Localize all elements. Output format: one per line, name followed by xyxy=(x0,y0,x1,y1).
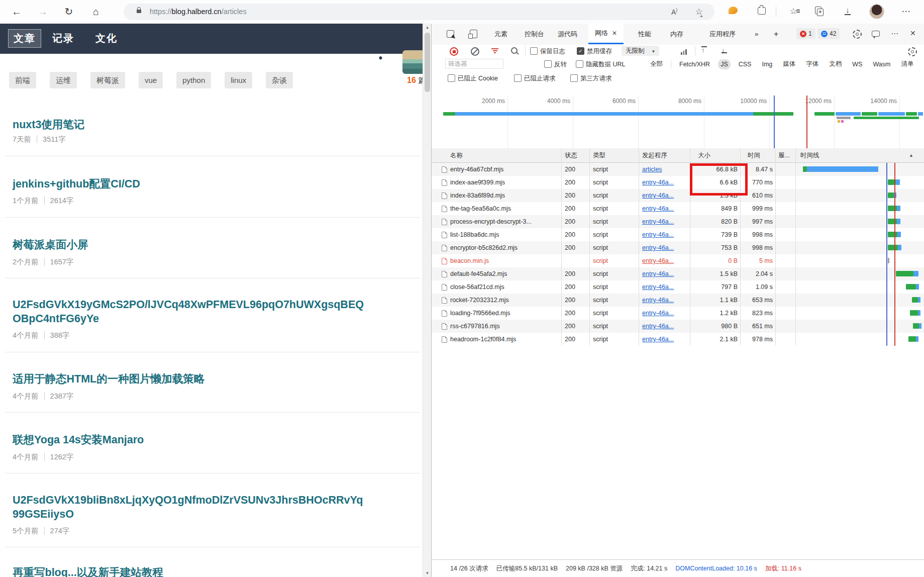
collections-add-icon[interactable] xyxy=(815,7,822,14)
chip-font[interactable]: 字体 xyxy=(803,58,821,70)
hide-data-url-label[interactable]: 隐藏数据 URL xyxy=(586,60,625,69)
tag-chip[interactable]: 树莓派 xyxy=(90,72,125,88)
network-request-row[interactable]: entry-46a67cbf.mjs200scriptarticles66.8 … xyxy=(432,163,924,176)
chip-all[interactable]: 全部 xyxy=(648,58,665,70)
filter-icon[interactable] xyxy=(491,48,498,54)
browser-menu-icon[interactable]: ⋯ xyxy=(899,5,912,18)
chip-media[interactable]: 媒体 xyxy=(780,58,798,70)
devtools-close-icon[interactable]: ✕ xyxy=(910,29,916,37)
blog-scrollbar[interactable]: ▲ ▼ xyxy=(423,24,432,577)
request-name[interactable]: list-188ba6dc.mjs xyxy=(450,228,558,241)
nav-item-2[interactable]: 记录 xyxy=(52,32,74,45)
scroll-down-icon[interactable]: ▼ xyxy=(423,571,432,575)
tab-performance[interactable]: 性能 xyxy=(632,24,658,44)
request-initiator[interactable]: articles xyxy=(642,163,687,176)
messages-badge[interactable]: 42 xyxy=(817,28,840,39)
preserve-log-checkbox[interactable] xyxy=(530,47,538,55)
column-header[interactable]: 发起程序 xyxy=(642,148,667,162)
request-name[interactable]: default-fe45afa2.mjs xyxy=(450,267,558,280)
column-header[interactable]: 状态 xyxy=(565,148,577,162)
column-header[interactable]: 类型 xyxy=(593,148,605,162)
request-initiator[interactable]: entry-46a... xyxy=(642,267,687,280)
chip-wasm[interactable]: Wasm xyxy=(870,59,893,69)
request-name[interactable]: rocket-72032312.mjs xyxy=(450,294,558,307)
request-initiator[interactable]: entry-46a... xyxy=(642,254,687,267)
profile-avatar[interactable] xyxy=(869,4,884,19)
read-aloud-icon[interactable]: A) xyxy=(671,8,677,16)
request-name[interactable]: beacon.min.js xyxy=(450,254,558,267)
network-request-row[interactable]: the-tag-5ea56a0c.mjs200scriptentry-46a..… xyxy=(432,202,924,215)
article-title[interactable]: jenkins+github配置CI/CD xyxy=(13,177,367,191)
home-icon[interactable]: ⌂ xyxy=(88,4,104,19)
article-title[interactable]: U2FsdGVkX19bIiBn8xLjqXyQO1gNfmoDlZrVSUNv… xyxy=(13,493,367,521)
tab-elements[interactable]: 元素 xyxy=(488,24,514,44)
article-title[interactable]: 联想Yoga 14s安装Manjaro xyxy=(13,433,367,447)
network-request-row[interactable]: loading-7f9566ed.mjs200scriptentry-46a..… xyxy=(432,307,924,320)
filter-input[interactable] xyxy=(445,59,503,69)
tab-network[interactable]: 网络✕ xyxy=(588,24,624,44)
network-request-row[interactable]: process-encrypt-descrypt-3...200scripten… xyxy=(432,215,924,228)
tag-chip[interactable]: 运维 xyxy=(50,72,77,88)
network-request-row[interactable]: beacon.min.jsscriptentry-46a...0 B5 ms xyxy=(432,254,924,267)
blocked-checkbox[interactable] xyxy=(570,74,578,82)
inspect-element-icon[interactable] xyxy=(447,30,454,38)
network-request-row[interactable]: encryptor-b5c826d2.mjs200scriptentry-46a… xyxy=(432,241,924,254)
request-initiator[interactable]: entry-46a... xyxy=(642,189,687,202)
add-tab-icon[interactable]: + xyxy=(767,24,785,44)
back-icon[interactable]: ← xyxy=(9,4,24,19)
initiator-link[interactable]: entry-46a... xyxy=(642,336,674,343)
network-request-row[interactable]: rss-c6797816.mjs200scriptentry-46a...980… xyxy=(432,320,924,333)
request-name[interactable]: rss-c6797816.mjs xyxy=(450,320,558,333)
network-conditions-icon[interactable] xyxy=(681,48,688,55)
url-text[interactable]: https://blog.halberd.cn/articles xyxy=(150,8,247,16)
article-title[interactable]: 适用于静态HTML的一种图片懒加载策略 xyxy=(13,372,367,386)
more-tabs-icon[interactable]: » xyxy=(748,24,765,44)
network-request-row[interactable]: rocket-72032312.mjs200scriptentry-46a...… xyxy=(432,294,924,307)
column-header[interactable]: 时间线 xyxy=(800,148,819,162)
tag-chip[interactable]: linux xyxy=(225,72,252,88)
disable-cache-label[interactable]: 禁用缓存 xyxy=(587,47,612,56)
tag-chip[interactable]: 前端 xyxy=(9,72,36,88)
request-initiator[interactable]: entry-46a... xyxy=(642,241,687,254)
initiator-link[interactable]: entry-46a... xyxy=(642,179,674,186)
article-title[interactable]: U2FsdGVkX19yGMcS2PO/lJVCq48XwPFMEVL96pqO… xyxy=(13,298,367,326)
blocked-label[interactable]: 已阻止 Cookie xyxy=(458,74,498,83)
throttling-dropdown[interactable]: 无限制▼ xyxy=(622,46,659,56)
nav-item-3[interactable]: 文化 xyxy=(95,32,118,45)
request-name[interactable]: index-83a6f89d.mjs xyxy=(450,189,558,202)
feedback-icon[interactable] xyxy=(872,31,880,37)
request-name[interactable]: close-56af21cd.mjs xyxy=(450,280,558,294)
request-name[interactable]: index-aae9f399.mjs xyxy=(450,176,558,189)
request-name[interactable]: encryptor-b5c826d2.mjs xyxy=(450,241,558,254)
network-overview[interactable]: 2000 ms4000 ms6000 ms8000 ms10000 ms1200… xyxy=(432,84,924,149)
initiator-link[interactable]: entry-46a... xyxy=(642,270,674,277)
column-divider[interactable] xyxy=(795,148,796,345)
article-title[interactable]: nuxt3使用笔记 xyxy=(13,118,367,132)
error-badge[interactable]: ✕1 xyxy=(796,28,815,39)
network-request-row[interactable]: default-fe45afa2.mjs200scriptentry-46a..… xyxy=(432,267,924,280)
request-initiator[interactable]: entry-46a... xyxy=(642,280,687,294)
initiator-link[interactable]: entry-46a... xyxy=(642,205,674,212)
search-icon[interactable] xyxy=(511,47,518,54)
request-initiator[interactable]: entry-46a... xyxy=(642,202,687,215)
tab-console[interactable]: 控制台 xyxy=(518,24,551,44)
request-initiator[interactable]: entry-46a... xyxy=(642,228,687,241)
blocked-checkbox[interactable] xyxy=(514,74,522,82)
preserve-log-label[interactable]: 保留日志 xyxy=(540,47,565,56)
initiator-link[interactable]: entry-46a... xyxy=(642,244,674,251)
extensions-puzzle-icon[interactable] xyxy=(758,7,766,15)
blocked-checkbox[interactable] xyxy=(448,74,455,82)
invert-label[interactable]: 反转 xyxy=(554,60,567,69)
initiator-link[interactable]: entry-46a... xyxy=(642,323,674,330)
nav-item-1[interactable]: 文章 xyxy=(8,29,41,48)
refresh-icon[interactable]: ↻ xyxy=(61,4,76,19)
invert-checkbox[interactable] xyxy=(544,60,552,68)
scroll-up-icon[interactable]: ▲ xyxy=(423,25,432,30)
request-initiator[interactable]: entry-46a... xyxy=(642,307,687,320)
request-name[interactable]: entry-46a67cbf.mjs xyxy=(450,163,558,176)
request-initiator[interactable]: entry-46a... xyxy=(642,333,687,346)
column-header[interactable]: 时间 xyxy=(748,148,760,162)
tab-application[interactable]: 应用程序 xyxy=(703,24,742,44)
favorite-star-icon[interactable]: ☆+ xyxy=(692,6,705,19)
hide-data-url-checkbox[interactable] xyxy=(576,60,583,68)
